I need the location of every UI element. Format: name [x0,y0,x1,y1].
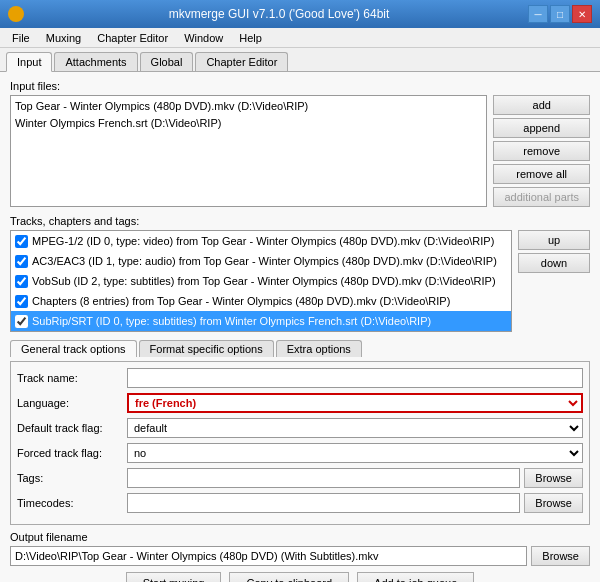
titlebar: mkvmerge GUI v7.1.0 ('Good Love') 64bit … [0,0,600,28]
default-track-label: Default track flag: [17,422,127,434]
track-checkbox-0[interactable] [15,235,28,248]
tab-chapter-editor[interactable]: Chapter Editor [195,52,288,71]
up-button[interactable]: up [518,230,590,250]
track-name-input[interactable] [127,368,583,388]
remove-all-button[interactable]: remove all [493,164,590,184]
tracks-label: Tracks, chapters and tags: [10,215,590,227]
track-item-3[interactable]: Chapters (8 entries) from Top Gear - Win… [11,291,511,311]
output-browse-button[interactable]: Browse [531,546,590,566]
input-file-item-0[interactable]: Top Gear - Winter Olympics (480p DVD).mk… [15,98,482,115]
tags-input[interactable] [127,468,520,488]
additional-parts-button[interactable]: additional parts [493,187,590,207]
track-label-2: VobSub (ID 2, type: subtitles) from Top … [32,272,496,290]
tab-global[interactable]: Global [140,52,194,71]
output-filename-input[interactable] [10,546,527,566]
tags-browse-button[interactable]: Browse [524,468,583,488]
track-checkbox-3[interactable] [15,295,28,308]
track-label-1: AC3/EAC3 (ID 1, type: audio) from Top Ge… [32,252,497,270]
close-button[interactable]: ✕ [572,5,592,23]
titlebar-icon [8,6,30,22]
menu-window[interactable]: Window [176,30,231,46]
main-tab-bar: Input Attachments Global Chapter Editor [0,48,600,72]
down-button[interactable]: down [518,253,590,273]
track-checkbox-1[interactable] [15,255,28,268]
forced-track-row: Forced track flag: no [17,443,583,463]
timecodes-row: Timecodes: Browse [17,493,583,513]
menu-chapter-editor[interactable]: Chapter Editor [89,30,176,46]
tracks-listbox[interactable]: MPEG-1/2 (ID 0, type: video) from Top Ge… [10,230,512,332]
track-label-0: MPEG-1/2 (ID 0, type: video) from Top Ge… [32,232,494,250]
track-checkbox-2[interactable] [15,275,28,288]
tags-label: Tags: [17,472,127,484]
add-job-queue-button[interactable]: Add to job queue [357,572,474,582]
bottom-buttons: Start muxing Copy to clipboard Add to jo… [10,572,590,582]
sub-tab-content: Track name: Language: fre (French) Defau… [10,361,590,525]
default-track-select[interactable]: default [127,418,583,438]
language-label: Language: [17,397,127,409]
sub-tab-bar: General track options Format specific op… [10,340,590,357]
track-label-3: Chapters (8 entries) from Top Gear - Win… [32,292,450,310]
menu-muxing[interactable]: Muxing [38,30,89,46]
minimize-button[interactable]: ─ [528,5,548,23]
timecodes-browse-button[interactable]: Browse [524,493,583,513]
remove-button[interactable]: remove [493,141,590,161]
window-controls: ─ □ ✕ [528,5,592,23]
track-item-0[interactable]: MPEG-1/2 (ID 0, type: video) from Top Ge… [11,231,511,251]
language-select[interactable]: fre (French) [127,393,583,413]
sub-tab-extra[interactable]: Extra options [276,340,362,357]
forced-track-label: Forced track flag: [17,447,127,459]
forced-track-select[interactable]: no [127,443,583,463]
maximize-button[interactable]: □ [550,5,570,23]
track-name-label: Track name: [17,372,127,384]
input-files-label: Input files: [10,80,590,92]
app-icon [8,6,24,22]
input-file-buttons: add append remove remove all additional … [493,95,590,207]
output-label: Output filename [10,531,590,543]
input-files-area: Top Gear - Winter Olympics (480p DVD).mk… [10,95,590,207]
copy-clipboard-button[interactable]: Copy to clipboard [229,572,349,582]
track-buttons: up down [518,230,590,332]
input-file-item-1[interactable]: Winter Olympics French.srt (D:\Video\RIP… [15,115,482,132]
append-button[interactable]: append [493,118,590,138]
tags-row: Tags: Browse [17,468,583,488]
track-label-4: SubRip/SRT (ID 0, type: subtitles) from … [32,312,431,330]
timecodes-label: Timecodes: [17,497,127,509]
output-section: Output filename Browse [10,531,590,566]
menu-help[interactable]: Help [231,30,270,46]
track-item-4[interactable]: SubRip/SRT (ID 0, type: subtitles) from … [11,311,511,331]
track-item-1[interactable]: AC3/EAC3 (ID 1, type: audio) from Top Ge… [11,251,511,271]
titlebar-title: mkvmerge GUI v7.1.0 ('Good Love') 64bit [30,7,528,21]
menubar: File Muxing Chapter Editor Window Help [0,28,600,48]
main-content: Input files: Top Gear - Winter Olympics … [0,72,600,582]
tab-input[interactable]: Input [6,52,52,72]
tracks-area: MPEG-1/2 (ID 0, type: video) from Top Ge… [10,230,590,332]
start-muxing-button[interactable]: Start muxing [126,572,222,582]
output-row: Browse [10,546,590,566]
timecodes-input[interactable] [127,493,520,513]
default-track-row: Default track flag: default [17,418,583,438]
language-row: Language: fre (French) [17,393,583,413]
tab-attachments[interactable]: Attachments [54,52,137,71]
input-files-listbox[interactable]: Top Gear - Winter Olympics (480p DVD).mk… [10,95,487,207]
track-checkbox-4[interactable] [15,315,28,328]
add-button[interactable]: add [493,95,590,115]
sub-tab-general[interactable]: General track options [10,340,137,357]
sub-tab-format[interactable]: Format specific options [139,340,274,357]
menu-file[interactable]: File [4,30,38,46]
track-item-2[interactable]: VobSub (ID 2, type: subtitles) from Top … [11,271,511,291]
track-name-row: Track name: [17,368,583,388]
